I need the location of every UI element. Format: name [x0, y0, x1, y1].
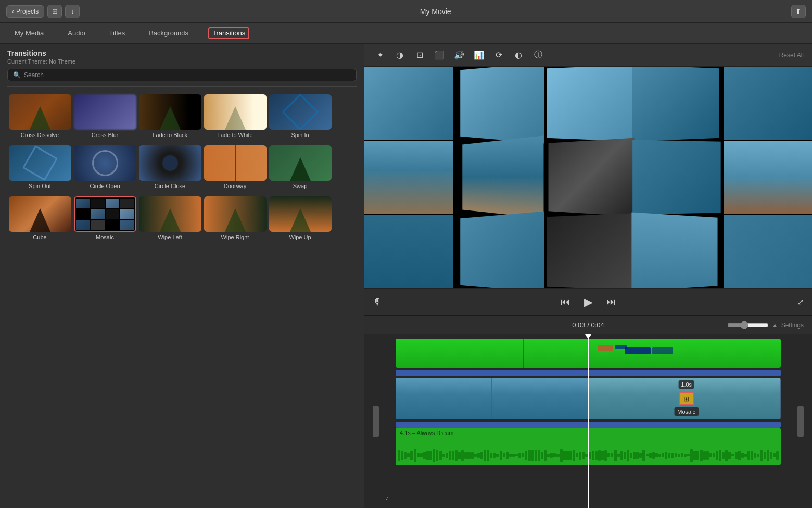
- transition-spin-out[interactable]: Spin Out: [7, 145, 72, 189]
- waveform-bar: [452, 451, 454, 460]
- waveform-bar: [417, 453, 420, 457]
- waveform-bar: [601, 451, 604, 460]
- waveform-bar: [515, 454, 518, 457]
- audio-track[interactable]: 4.1s – Always Dream: [396, 428, 781, 465]
- transition-fade-white[interactable]: Fade to White: [202, 94, 268, 138]
- transition-mosaic[interactable]: Mosaic: [72, 196, 137, 240]
- share-button[interactable]: ⬆: [791, 5, 806, 18]
- waveform-bar: [467, 452, 470, 459]
- track-overlays: [598, 345, 627, 351]
- metronome-icon: ▲: [772, 321, 778, 329]
- crop-icon[interactable]: ⊡: [412, 48, 427, 63]
- transition-wipe-left[interactable]: Wipe Left: [137, 196, 202, 240]
- fade-white-thumb: [204, 94, 267, 130]
- volume-icon[interactable]: 🔊: [452, 48, 466, 63]
- timeline-header: 0:03 / 0:04 ▲ Settings: [364, 316, 812, 334]
- green-video-track[interactable]: [396, 339, 781, 368]
- audio-waveform: [396, 448, 781, 463]
- fade-black-label: Fade to Black: [153, 132, 187, 138]
- reset-all-button[interactable]: Reset All: [779, 52, 804, 59]
- circle-close-label: Circle Close: [155, 183, 185, 189]
- track-divider: [523, 339, 524, 368]
- transition-fade-black[interactable]: Fade to Black: [137, 94, 202, 138]
- waveform-bar: [449, 451, 451, 459]
- tab-backgrounds[interactable]: Backgrounds: [145, 27, 193, 39]
- waveform-bar: [668, 453, 670, 458]
- waveform-bar: [547, 454, 550, 457]
- zoom-slider[interactable]: [727, 321, 769, 329]
- waveform-bar: [630, 453, 632, 457]
- tab-my-media[interactable]: My Media: [10, 27, 48, 39]
- waveform-bar: [627, 450, 629, 462]
- circle-open-thumb: [74, 145, 136, 181]
- transition-time: 1.0s: [678, 380, 694, 389]
- transition-spin-in[interactable]: Spin In: [268, 94, 333, 138]
- filter-icon[interactable]: ◐: [511, 48, 526, 63]
- play-button[interactable]: ▶: [578, 292, 599, 313]
- waveform-bar: [550, 453, 553, 459]
- transitions-theme: Current Theme: No Theme: [7, 58, 357, 65]
- search-bar[interactable]: 🔍: [7, 69, 357, 81]
- camera-icon[interactable]: ⬛: [432, 48, 447, 63]
- waveform-bar: [414, 449, 416, 462]
- waveform-bar: [429, 451, 432, 460]
- waveform-bar: [538, 450, 540, 461]
- tab-audio[interactable]: Audio: [64, 27, 89, 39]
- skip-forward-button[interactable]: ⏭: [603, 294, 619, 311]
- projects-button[interactable]: ‹ Projects: [6, 5, 44, 18]
- waveform-bar: [693, 451, 696, 460]
- mic-button[interactable]: 🎙: [373, 296, 382, 307]
- info-icon[interactable]: ⓘ: [531, 48, 545, 63]
- waveform-bar: [633, 452, 636, 459]
- transition-circle-close[interactable]: Circle Close: [137, 145, 202, 189]
- spin-in-thumb: [269, 94, 332, 130]
- grid-icon: ⊞: [52, 7, 58, 15]
- download-button[interactable]: ↓: [65, 5, 80, 18]
- tab-titles[interactable]: Titles: [105, 27, 130, 39]
- cross-blur-thumb: [74, 94, 136, 130]
- timeline-transition-badge[interactable]: 1.0s ⊞ Mosaic: [679, 392, 694, 405]
- toolbar: ✦ ◑ ⊡ ⬛ 🔊 📊 ⟳ ◐ ⓘ Reset All: [364, 44, 812, 67]
- waveform-bar: [607, 453, 610, 458]
- waveform-bar: [649, 453, 652, 457]
- transition-wipe-right[interactable]: Wipe Right: [202, 196, 268, 240]
- waveform-bar: [735, 452, 738, 459]
- timeline-settings[interactable]: ▲ Settings: [727, 321, 804, 329]
- waveform-bar: [506, 452, 509, 459]
- expand-button[interactable]: ⤢: [797, 297, 804, 307]
- equalizer-icon[interactable]: 📊: [472, 48, 486, 63]
- search-icon: 🔍: [13, 71, 21, 79]
- view-toggle-button[interactable]: ⊞: [47, 5, 62, 18]
- clip-segment-3: [588, 378, 684, 419]
- speed-icon[interactable]: ⟳: [491, 48, 506, 63]
- spin-out-thumb: [9, 145, 71, 181]
- transition-wipe-up[interactable]: Wipe Up: [268, 196, 333, 240]
- color-wheel-icon[interactable]: ◑: [392, 48, 407, 63]
- transition-doorway[interactable]: Doorway: [202, 145, 268, 189]
- tab-transitions[interactable]: Transitions: [208, 27, 249, 39]
- left-scroll-handle[interactable]: [373, 406, 379, 437]
- transition-swap[interactable]: Swap: [268, 145, 333, 189]
- waveform-bar: [446, 453, 448, 458]
- waveform-bar: [493, 453, 496, 457]
- skip-back-button[interactable]: ⏮: [557, 294, 574, 311]
- waveform-bar: [751, 451, 753, 460]
- app-title: My Movie: [420, 7, 451, 16]
- waveform-bar: [560, 449, 563, 462]
- waveform-bar: [471, 452, 474, 459]
- waveform-bar: [770, 452, 772, 459]
- music-icon: ♪: [385, 493, 389, 502]
- transition-cross-blur[interactable]: Cross Blur: [72, 94, 137, 138]
- waveform-bar: [436, 450, 438, 461]
- video-clip-track[interactable]: [396, 378, 781, 419]
- waveform-bar: [401, 451, 403, 461]
- right-scroll-handle[interactable]: [797, 406, 804, 437]
- waveform-bar: [566, 451, 569, 460]
- transition-circle-open[interactable]: Circle Open: [72, 145, 137, 189]
- waveform-bar: [773, 453, 776, 457]
- search-input[interactable]: [24, 71, 351, 79]
- transition-cross-dissolve[interactable]: Cross Dissolve: [7, 94, 72, 138]
- waveform-bar: [458, 452, 461, 460]
- transition-cube[interactable]: Cube: [7, 196, 72, 240]
- magic-wand-icon[interactable]: ✦: [373, 48, 387, 63]
